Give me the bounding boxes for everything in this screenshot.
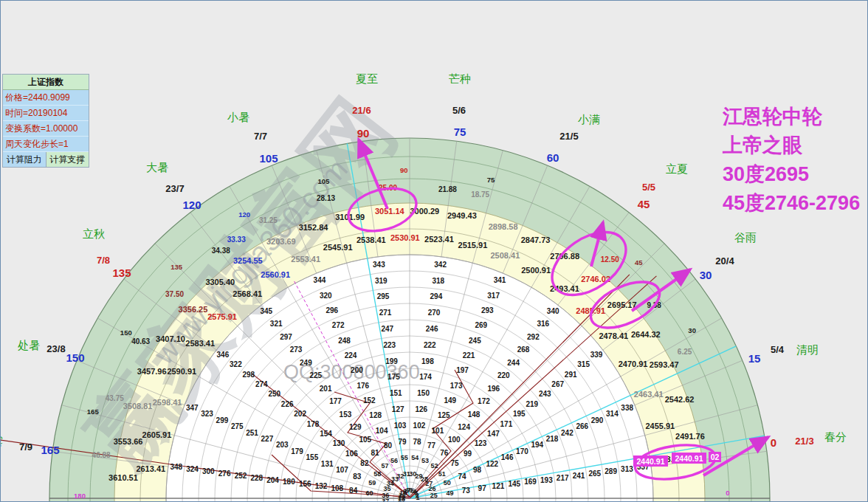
spiral-number: 75 bbox=[451, 459, 460, 467]
rim-label-23-7: 23/7 bbox=[165, 183, 184, 194]
spiral-number: 152 bbox=[363, 396, 376, 405]
rim-label-21-5: 21/5 bbox=[559, 131, 578, 142]
degree-ring-value: 165 bbox=[87, 408, 100, 416]
spiral-number: 83 bbox=[353, 472, 362, 481]
quote-row-0: 价格=2440.9099 bbox=[3, 90, 89, 106]
rim-label-21-6: 21/6 bbox=[352, 105, 371, 116]
price-ring-outer-value: 3152.84 bbox=[299, 223, 329, 232]
solar-term-夏至: 夏至 bbox=[356, 72, 378, 85]
spiral-number: 323 bbox=[201, 410, 213, 418]
rim-label-5-4: 5/4 bbox=[771, 344, 785, 355]
spiral-number: 217 bbox=[557, 474, 569, 482]
spiral-number: 252 bbox=[235, 472, 247, 480]
price-ring-outer-value: 2491.76 bbox=[675, 432, 705, 441]
spiral-number: 149 bbox=[444, 396, 456, 405]
spiral-number: 313 bbox=[621, 465, 633, 473]
degree-fraction-value: 34.38 bbox=[212, 247, 230, 255]
degree-fraction-value: 46.88 bbox=[92, 451, 111, 459]
quote-panel: 上证指数 价格=2440.9099时间=20190104变换系数=1.00000… bbox=[2, 74, 89, 168]
spiral-number: 59 bbox=[368, 479, 376, 486]
spiral-number: 273 bbox=[290, 345, 303, 354]
price-ring-inner-value: 2463.41 bbox=[634, 390, 664, 399]
price-ring-outer-value: 2949.43 bbox=[447, 211, 477, 220]
degree-fraction-value: 40.63 bbox=[131, 337, 150, 345]
solar-term-处暑: 处暑 bbox=[18, 339, 40, 351]
price-ring-inner-value: 2508.41 bbox=[490, 251, 520, 260]
spiral-number: 174 bbox=[419, 373, 432, 381]
gann-wheel-chart[interactable]: 赢家财富网www.yingjia360.comQQ:30080036012345… bbox=[1, 1, 868, 502]
spiral-number: 202 bbox=[294, 410, 306, 418]
spiral-number: 314 bbox=[606, 410, 619, 418]
spiral-number: 296 bbox=[326, 306, 338, 314]
solar-term-小暑: 小暑 bbox=[227, 111, 249, 123]
solar-term-谷雨: 谷雨 bbox=[734, 231, 757, 244]
spiral-number: 124 bbox=[458, 423, 470, 431]
spiral-number: 74 bbox=[458, 472, 467, 481]
spiral-number: 146 bbox=[501, 453, 514, 461]
spiral-number: 219 bbox=[526, 400, 538, 408]
instrument-name: 上证指数 bbox=[3, 75, 89, 90]
calc-resistance-button[interactable]: 计算阻力 bbox=[3, 152, 46, 167]
price-ring-inner-value: 2568.41 bbox=[232, 289, 262, 298]
spiral-number: 300 bbox=[202, 467, 215, 475]
spiral-number: 49 bbox=[447, 489, 454, 497]
price-ring-inner-value: 2500.91 bbox=[521, 266, 551, 275]
price-ring-outer-value: 3051.14 bbox=[375, 207, 405, 216]
spiral-number: 175 bbox=[388, 373, 400, 381]
spiral-number: 121 bbox=[492, 482, 505, 490]
rim-label-7-7: 7/7 bbox=[254, 131, 267, 142]
spiral-number: 123 bbox=[475, 439, 487, 447]
degree-ring-value: 180 bbox=[74, 492, 86, 500]
rim-label-75: 75 bbox=[454, 126, 466, 138]
rim-label-15: 15 bbox=[748, 352, 761, 365]
solar-term-立夏: 立夏 bbox=[666, 162, 688, 175]
price-ring-inner-value: 2553.41 bbox=[291, 255, 320, 264]
rim-label-60: 60 bbox=[547, 151, 559, 164]
price-ring-inner-value: 2523.41 bbox=[424, 235, 454, 244]
spiral-number: 172 bbox=[478, 397, 490, 405]
annotation-line: 江恩轮中轮 bbox=[723, 103, 860, 131]
spiral-number: 101 bbox=[432, 427, 444, 435]
rim-label-165: 165 bbox=[41, 444, 59, 456]
app-window: 赢 赢家江恩专业版[赢家服务平台] - [上证指数 江恩轮] 客服论坛 赢 文件… bbox=[0, 0, 868, 502]
spiral-number: 130 bbox=[333, 439, 345, 447]
spiral-number: 77 bbox=[427, 441, 436, 450]
price-ring-inner-value: 2538.41 bbox=[356, 235, 386, 244]
analysis-annotation: 江恩轮中轮上帝之眼30度269545度2746-2796 bbox=[723, 103, 860, 218]
spiral-number: 200 bbox=[351, 366, 363, 374]
spiral-number: 156 bbox=[299, 480, 311, 488]
price-ring-inner-value: 2515.91 bbox=[458, 241, 488, 250]
spiral-number: 348 bbox=[170, 463, 182, 471]
price-ring-inner-value: 2598.41 bbox=[153, 398, 182, 407]
price-ring-inner-value: 2605.91 bbox=[142, 430, 172, 439]
calc-support-button[interactable]: 计算支撑 bbox=[46, 152, 89, 167]
spiral-number: 223 bbox=[383, 341, 396, 349]
spiral-number: 315 bbox=[577, 360, 590, 368]
spiral-number: 106 bbox=[345, 450, 358, 458]
spiral-number: 54 bbox=[411, 454, 418, 461]
degree-ring-value: 120 bbox=[238, 210, 250, 219]
spiral-number: 84 bbox=[349, 486, 358, 495]
price-ring-outer-value: 3457.96 bbox=[137, 367, 167, 376]
rim-label-21-3: 21/3 bbox=[795, 436, 813, 447]
spiral-number: 169 bbox=[524, 478, 537, 486]
degree-ring-value: 150 bbox=[120, 329, 132, 337]
spiral-number: 245 bbox=[469, 337, 481, 345]
spiral-number: 289 bbox=[604, 467, 617, 475]
spiral-number: 341 bbox=[494, 276, 506, 284]
spiral-number: 276 bbox=[218, 470, 231, 478]
spiral-number: 293 bbox=[481, 306, 494, 314]
spiral-number: 57 bbox=[382, 462, 389, 470]
spiral-number: 100 bbox=[448, 436, 461, 444]
spiral-number: 126 bbox=[415, 405, 427, 413]
spiral-number: 131 bbox=[321, 460, 334, 468]
spiral-number: 345 bbox=[260, 307, 272, 315]
spiral-number: 324 bbox=[186, 465, 199, 473]
spiral-number: 56 bbox=[390, 457, 398, 464]
spiral-number: 50 bbox=[444, 479, 451, 486]
quote-row-3: 周天变化步长=1 bbox=[3, 137, 89, 152]
spiral-number: 290 bbox=[591, 416, 604, 424]
spiral-number: 60 bbox=[365, 489, 373, 497]
spiral-number: 297 bbox=[280, 333, 292, 341]
price-ring-inner-value: 2545.91 bbox=[323, 243, 353, 252]
